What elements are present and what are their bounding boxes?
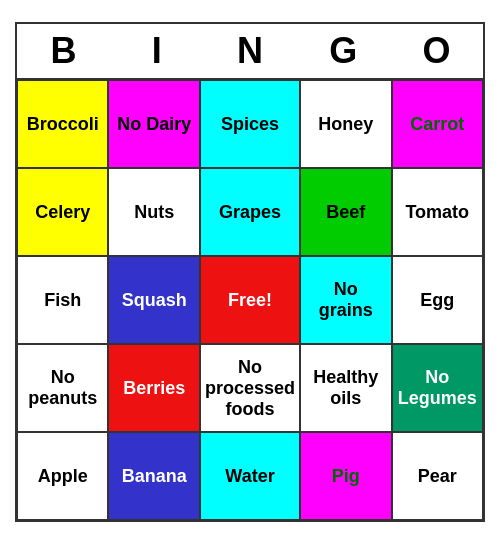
grid-cell: Water — [200, 432, 300, 520]
header-letter: O — [390, 24, 483, 78]
grid-cell: Egg — [392, 256, 484, 344]
header-letter: I — [110, 24, 203, 78]
grid-cell: Honey — [300, 80, 391, 168]
grid-cell: Fish — [17, 256, 108, 344]
grid-cell: No processed foods — [200, 344, 300, 432]
grid-cell: Squash — [108, 256, 199, 344]
bingo-grid: BroccoliNo DairySpicesHoneyCarrotCeleryN… — [17, 78, 483, 520]
grid-cell: Spices — [200, 80, 300, 168]
grid-cell: No peanuts — [17, 344, 108, 432]
grid-cell: Carrot — [392, 80, 484, 168]
grid-cell: Healthy oils — [300, 344, 391, 432]
header-letter: B — [17, 24, 110, 78]
grid-cell: No Dairy — [108, 80, 199, 168]
grid-cell: Apple — [17, 432, 108, 520]
grid-cell: No grains — [300, 256, 391, 344]
grid-cell: Tomato — [392, 168, 484, 256]
grid-cell: Beef — [300, 168, 391, 256]
grid-cell: Free! — [200, 256, 300, 344]
grid-cell: Grapes — [200, 168, 300, 256]
header-letter: N — [203, 24, 296, 78]
bingo-card: BINGO BroccoliNo DairySpicesHoneyCarrotC… — [15, 22, 485, 522]
grid-cell: Nuts — [108, 168, 199, 256]
grid-cell: Celery — [17, 168, 108, 256]
bingo-header: BINGO — [17, 24, 483, 78]
header-letter: G — [297, 24, 390, 78]
grid-cell: Pig — [300, 432, 391, 520]
grid-cell: Broccoli — [17, 80, 108, 168]
grid-cell: No Legumes — [392, 344, 484, 432]
grid-cell: Berries — [108, 344, 199, 432]
grid-cell: Banana — [108, 432, 199, 520]
grid-cell: Pear — [392, 432, 484, 520]
